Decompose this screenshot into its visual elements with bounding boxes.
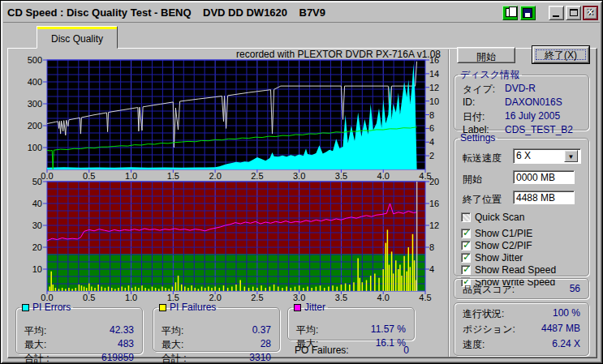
- start-button[interactable]: 開始: [457, 47, 515, 63]
- minimize-icon: [553, 15, 559, 17]
- progress-groupbox: 進行状況:100 % ポジション:4487 MB 速度:6.24 X: [454, 302, 589, 356]
- titlebar-buttons: ×: [500, 6, 600, 20]
- current-speed: 6.24 X: [552, 338, 580, 349]
- pi-failures-max: 28: [261, 338, 271, 349]
- right-axis-tick-label: 6: [429, 123, 449, 133]
- checkbox-show-read-speed[interactable]: Show Read Speed: [461, 264, 556, 276]
- speed-value: 6 X: [516, 150, 564, 162]
- left-axis-tick-label: 30: [8, 221, 42, 230]
- copy-to-clipboard-button[interactable]: [502, 6, 518, 20]
- x-axis-tick-label: 4.5: [414, 293, 437, 302]
- quality-score-value: 56: [570, 283, 580, 294]
- right-axis-tick-label: 8: [429, 242, 449, 252]
- copy-icon: [506, 8, 512, 17]
- disc-type: DVD-R: [505, 83, 536, 94]
- right-axis-tick-label: 12: [429, 83, 449, 92]
- maximize-icon: [570, 9, 578, 16]
- left-axis-tick-label: 20: [8, 242, 42, 252]
- top-chart: [42, 55, 430, 174]
- quality-score-groupbox: 品質スコア: 56: [454, 278, 589, 299]
- checkbox-show-c1-pie[interactable]: Show C1/PIE: [461, 228, 532, 239]
- pi-failures-total: 3310: [249, 352, 271, 363]
- checkbox-icon: [461, 241, 471, 251]
- left-axis-tick-label: 40: [8, 199, 42, 208]
- checkbox-icon: [461, 253, 471, 263]
- pi-failures-swatch-icon: [159, 304, 166, 311]
- close-button[interactable]: ×: [583, 6, 598, 20]
- right-axis-tick-label: 8: [429, 110, 449, 120]
- app-window: CD Speed : Disc Quality Test - BENQ DVD …: [0, 0, 603, 364]
- progress-percent: 100 %: [553, 307, 580, 319]
- right-axis-tick-label: 4: [429, 137, 449, 147]
- vertical-separator: [448, 49, 450, 357]
- right-axis-tick-label: 16: [429, 199, 449, 208]
- pi-errors-average: 42.33: [110, 324, 134, 336]
- bottom-chart: [42, 177, 430, 296]
- pi-errors-swatch-icon: [22, 304, 29, 311]
- checkbox-icon: [461, 229, 471, 238]
- titlebar: CD Speed : Disc Quality Test - BENQ DVD …: [3, 3, 600, 23]
- right-axis-tick-label: 2: [429, 151, 449, 161]
- exit-button[interactable]: 終了(X): [532, 46, 589, 63]
- checkbox-show-jitter[interactable]: Show Jitter: [461, 252, 523, 263]
- po-failures-label: PO Failures:: [295, 345, 349, 356]
- right-axis-tick-label: 10: [429, 96, 449, 106]
- left-axis-tick-label: 200: [8, 121, 42, 131]
- pi-failures-title: PI Failures: [170, 302, 216, 313]
- pi-failures-groupbox: PI Failures 平均:0.37 最大:28 合計 :3310: [153, 302, 280, 352]
- disc-date: 16 July 2005: [505, 110, 560, 122]
- tab-disc-quality[interactable]: Disc Quality: [37, 26, 118, 49]
- save-button[interactable]: [520, 6, 536, 20]
- settings-title: Settings: [458, 132, 497, 143]
- po-failures-row: PO Failures: 0: [295, 345, 409, 358]
- end-mb-field[interactable]: 4488 MB: [513, 191, 575, 204]
- left-axis-tick-label: 400: [8, 77, 42, 87]
- quality-score-label: 品質スコア:: [463, 284, 515, 295]
- pi-failures-average: 0.37: [252, 324, 271, 336]
- jitter-swatch-icon: [294, 304, 301, 311]
- speed-select[interactable]: 6 X ▼: [513, 148, 581, 164]
- left-axis-tick-label: 100: [8, 143, 42, 152]
- maximize-button[interactable]: [566, 6, 581, 20]
- right-axis-tick-label: 20: [429, 177, 449, 186]
- close-icon: ×: [584, 6, 597, 18]
- checkbox-show-c2-pif[interactable]: Show C2/PIF: [461, 240, 532, 251]
- window-title: CD Speed : Disc Quality Test - BENQ DVD …: [3, 6, 500, 19]
- left-axis-tick-label: 50: [8, 177, 42, 186]
- checkbox-quick-scan[interactable]: Quick Scan: [461, 212, 524, 223]
- pi-errors-total: 619859: [101, 352, 134, 363]
- disc-info-title: ディスク情報: [458, 68, 522, 82]
- right-axis-tick-label: 14: [429, 69, 449, 79]
- position-mb: 4487 MB: [541, 323, 580, 334]
- chevron-down-icon[interactable]: ▼: [564, 150, 578, 162]
- jitter-title: Jitter: [304, 302, 325, 313]
- right-axis-tick-label: 4: [429, 264, 449, 274]
- checkbox-icon: [461, 265, 471, 275]
- pi-errors-max: 483: [118, 338, 134, 349]
- po-failures-value: 0: [403, 345, 409, 356]
- jitter-average: 11.57 %: [371, 323, 406, 335]
- start-mb-field[interactable]: 0000 MB: [513, 170, 575, 184]
- floppy-disk-icon: [523, 8, 532, 18]
- minimize-button[interactable]: [549, 6, 564, 20]
- left-axis-tick-label: 10: [8, 264, 42, 274]
- right-axis-tick-label: 12: [429, 221, 449, 230]
- checkbox-icon: [461, 212, 471, 222]
- pi-errors-title: PI Errors: [32, 302, 71, 313]
- left-axis-tick-label: 500: [8, 55, 42, 65]
- recorded-with-label: recorded with PLEXTOR DVDR PX-716A v1.08: [212, 49, 441, 60]
- left-axis-tick-label: 300: [8, 99, 42, 109]
- settings-groupbox: Settings 転送速度 6 X ▼ 開始 0000 MB 終了位置 4488…: [454, 132, 589, 276]
- jitter-groupbox: Jitter 平均:11.57 % 最大:16.1 %: [287, 302, 415, 340]
- disc-info-groupbox: ディスク情報 タイプ:DVD-R ID:DAXON016S 日付:16 July…: [454, 68, 589, 131]
- pi-errors-groupbox: PI Errors 平均:42.33 最大:483 合計 :619859: [15, 302, 143, 354]
- disc-id: DAXON016S: [505, 96, 562, 108]
